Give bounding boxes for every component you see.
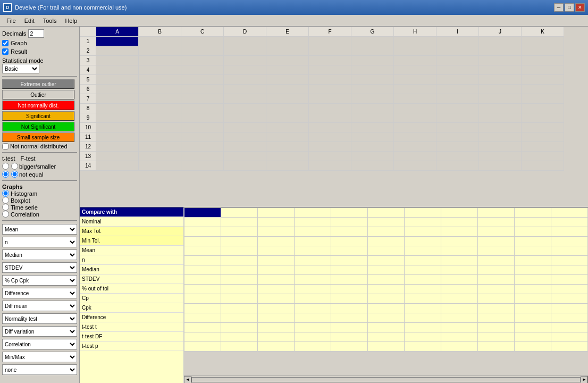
cell-7-F[interactable] — [309, 94, 351, 104]
bottom-cell-8-F[interactable] — [368, 285, 405, 294]
bottom-cell-13-F[interactable] — [368, 332, 405, 342]
bottom-cell-0-B[interactable] — [221, 208, 258, 218]
bottom-cell-5-C[interactable] — [258, 256, 295, 265]
bottom-cell-9-I[interactable] — [478, 294, 515, 304]
horizontal-scrollbar[interactable]: ◄ ► — [184, 376, 588, 383]
bottom-cell-12-D[interactable] — [295, 323, 331, 332]
cell-14-D[interactable] — [224, 161, 266, 171]
cell-14-G[interactable] — [351, 161, 394, 171]
bottom-cell-4-I[interactable] — [478, 246, 515, 256]
bottom-cell-5-A[interactable] — [184, 256, 221, 265]
cell-6-B[interactable] — [139, 85, 181, 94]
bottom-cell-3-H[interactable] — [441, 237, 478, 246]
bottom-cell-11-I[interactable] — [478, 313, 515, 323]
bottom-cell-14-J[interactable] — [515, 342, 551, 352]
cell-6-H[interactable] — [394, 85, 436, 94]
menu-file[interactable]: File — [2, 16, 20, 25]
close-button[interactable]: ✕ — [575, 3, 585, 12]
bottom-cell-0-A[interactable] — [184, 208, 221, 218]
bottom-cell-9-K[interactable] — [551, 294, 588, 304]
scroll-right-button[interactable]: ► — [581, 376, 588, 384]
bottom-cell-5-B[interactable] — [221, 256, 258, 265]
cell-12-D[interactable] — [224, 142, 266, 152]
cell-10-H[interactable] — [394, 123, 436, 132]
col-header-a[interactable]: A — [96, 27, 139, 37]
bottom-cell-2-C[interactable] — [258, 227, 295, 237]
cell-6-G[interactable] — [351, 85, 394, 94]
bottom-cell-5-I[interactable] — [478, 256, 515, 265]
bottom-cell-9-B[interactable] — [221, 294, 258, 304]
cell-12-F[interactable] — [309, 142, 351, 152]
col-header-g[interactable]: G — [351, 27, 394, 37]
cell-6-F[interactable] — [309, 85, 351, 94]
cell-11-F[interactable] — [309, 132, 351, 142]
bottom-cell-3-A[interactable] — [184, 237, 221, 246]
cell-11-G[interactable] — [351, 132, 394, 142]
bottom-cell-11-F[interactable] — [368, 313, 405, 323]
cell-4-F[interactable] — [309, 65, 351, 75]
bottom-cell-6-K[interactable] — [551, 265, 588, 275]
bottom-cell-10-I[interactable] — [478, 304, 515, 313]
scroll-left-button[interactable]: ◄ — [184, 376, 191, 384]
cell-5-H[interactable] — [394, 75, 436, 85]
cell-10-I[interactable] — [436, 123, 479, 132]
cell-8-H[interactable] — [394, 104, 436, 113]
row-dropdown-4[interactable]: % Cp Cpk — [2, 275, 77, 286]
bottom-cell-10-C[interactable] — [258, 304, 295, 313]
ttest-not-equal-radio[interactable] — [2, 171, 9, 178]
row-dropdown-9[interactable]: Correlation — [2, 339, 77, 349]
bottom-cell-10-H[interactable] — [441, 304, 478, 313]
bottom-cell-14-C[interactable] — [258, 342, 295, 352]
bottom-cell-13-K[interactable] — [551, 332, 588, 342]
bottom-cell-9-D[interactable] — [295, 294, 331, 304]
bottom-cell-4-B[interactable] — [221, 246, 258, 256]
bottom-data-area[interactable] — [184, 207, 588, 383]
bottom-cell-5-K[interactable] — [551, 256, 588, 265]
bottom-cell-5-G[interactable] — [405, 256, 441, 265]
cell-10-B[interactable] — [139, 123, 181, 132]
cell-7-H[interactable] — [394, 94, 436, 104]
bottom-cell-14-E[interactable] — [331, 342, 368, 352]
bottom-cell-0-J[interactable] — [515, 208, 551, 218]
bottom-cell-6-J[interactable] — [515, 265, 551, 275]
cell-13-B[interactable] — [139, 152, 181, 161]
bottom-cell-0-G[interactable] — [405, 208, 441, 218]
bottom-cell-0-K[interactable] — [551, 208, 588, 218]
cell-8-C[interactable] — [181, 104, 224, 113]
cell-8-F[interactable] — [309, 104, 351, 113]
cell-6-I[interactable] — [436, 85, 479, 94]
cell-5-C[interactable] — [181, 75, 224, 85]
cell-1-H[interactable] — [394, 37, 436, 46]
cell-11-D[interactable] — [224, 132, 266, 142]
bottom-cell-2-B[interactable] — [221, 227, 258, 237]
bottom-cell-12-C[interactable] — [258, 323, 295, 332]
bottom-cell-9-J[interactable] — [515, 294, 551, 304]
bottom-cell-14-B[interactable] — [221, 342, 258, 352]
graph-checkbox[interactable] — [2, 40, 9, 46]
cell-4-C[interactable] — [181, 65, 224, 75]
bottom-cell-3-B[interactable] — [221, 237, 258, 246]
cell-12-E[interactable] — [266, 142, 309, 152]
bottom-cell-1-I[interactable] — [478, 218, 515, 227]
bottom-cell-13-A[interactable] — [184, 332, 221, 342]
cell-2-C[interactable] — [181, 46, 224, 56]
cell-6-K[interactable] — [522, 85, 564, 94]
bottom-cell-4-D[interactable] — [295, 246, 331, 256]
row-dropdown-7[interactable]: Normality test — [2, 313, 77, 324]
bottom-cell-10-K[interactable] — [551, 304, 588, 313]
cell-3-C[interactable] — [181, 56, 224, 65]
cell-9-A[interactable] — [96, 113, 139, 123]
cell-11-A[interactable] — [96, 132, 139, 142]
bottom-cell-6-D[interactable] — [295, 265, 331, 275]
bottom-cell-8-A[interactable] — [184, 285, 221, 294]
cell-1-C[interactable] — [181, 37, 224, 46]
cell-2-D[interactable] — [224, 46, 266, 56]
bottom-cell-12-A[interactable] — [184, 323, 221, 332]
row-dropdown-0[interactable]: Mean — [2, 224, 77, 235]
bottom-cell-12-I[interactable] — [478, 323, 515, 332]
menu-help[interactable]: Help — [61, 16, 81, 25]
cell-3-H[interactable] — [394, 56, 436, 65]
cell-7-J[interactable] — [479, 94, 522, 104]
bottom-cell-9-G[interactable] — [405, 294, 441, 304]
cell-4-H[interactable] — [394, 65, 436, 75]
